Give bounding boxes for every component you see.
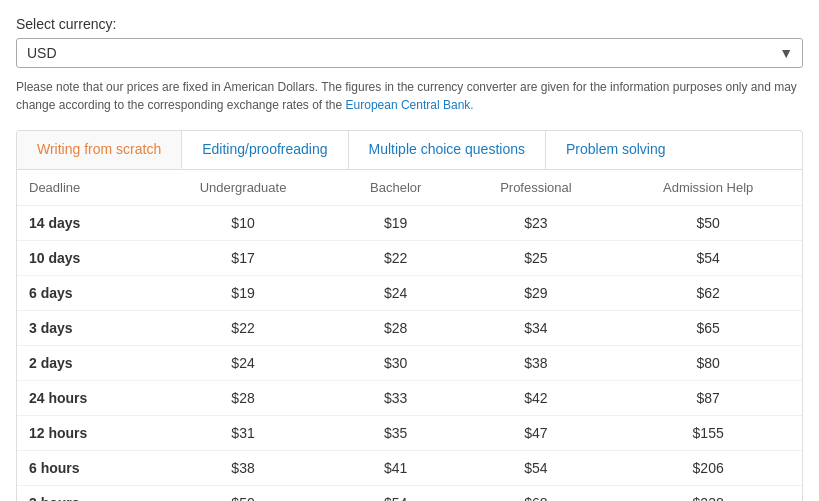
cell-deadline: 3 hours xyxy=(17,486,152,502)
table-row: 3 hours$50$54$68$238 xyxy=(17,486,802,502)
ecb-link[interactable]: European Central Bank. xyxy=(346,98,474,112)
cell-admission: $65 xyxy=(614,311,802,346)
table-header-row: Deadline Undergraduate Bachelor Professi… xyxy=(17,170,802,206)
cell-professional: $34 xyxy=(458,311,615,346)
cell-bachelor: $41 xyxy=(334,451,458,486)
cell-bachelor: $30 xyxy=(334,346,458,381)
currency-select[interactable]: USD EUR GBP CAD AUD xyxy=(16,38,803,68)
cell-admission: $54 xyxy=(614,241,802,276)
cell-professional: $29 xyxy=(458,276,615,311)
table-row: 3 days$22$28$34$65 xyxy=(17,311,802,346)
cell-undergraduate: $28 xyxy=(152,381,334,416)
cell-professional: $68 xyxy=(458,486,615,502)
pricing-table-wrapper: Deadline Undergraduate Bachelor Professi… xyxy=(16,169,803,501)
cell-deadline: 12 hours xyxy=(17,416,152,451)
cell-undergraduate: $22 xyxy=(152,311,334,346)
cell-professional: $47 xyxy=(458,416,615,451)
cell-undergraduate: $19 xyxy=(152,276,334,311)
tab-editing[interactable]: Editing/proofreading xyxy=(182,131,348,169)
cell-undergraduate: $24 xyxy=(152,346,334,381)
cell-deadline: 24 hours xyxy=(17,381,152,416)
cell-professional: $23 xyxy=(458,206,615,241)
cell-professional: $38 xyxy=(458,346,615,381)
tab-writing[interactable]: Writing from scratch xyxy=(17,131,182,169)
table-row: 10 days$17$22$25$54 xyxy=(17,241,802,276)
cell-bachelor: $24 xyxy=(334,276,458,311)
col-deadline: Deadline xyxy=(17,170,152,206)
cell-deadline: 6 hours xyxy=(17,451,152,486)
cell-bachelor: $19 xyxy=(334,206,458,241)
cell-undergraduate: $31 xyxy=(152,416,334,451)
tabs-container: Writing from scratch Editing/proofreadin… xyxy=(16,130,803,169)
cell-deadline: 10 days xyxy=(17,241,152,276)
cell-admission: $206 xyxy=(614,451,802,486)
currency-label: Select currency: xyxy=(16,16,803,32)
cell-admission: $87 xyxy=(614,381,802,416)
cell-bachelor: $35 xyxy=(334,416,458,451)
col-professional: Professional xyxy=(458,170,615,206)
cell-undergraduate: $10 xyxy=(152,206,334,241)
cell-deadline: 14 days xyxy=(17,206,152,241)
tab-mcq[interactable]: Multiple choice questions xyxy=(349,131,546,169)
col-bachelor: Bachelor xyxy=(334,170,458,206)
cell-bachelor: $28 xyxy=(334,311,458,346)
cell-deadline: 6 days xyxy=(17,276,152,311)
cell-professional: $54 xyxy=(458,451,615,486)
cell-undergraduate: $17 xyxy=(152,241,334,276)
pricing-table: Deadline Undergraduate Bachelor Professi… xyxy=(17,170,802,501)
cell-bachelor: $54 xyxy=(334,486,458,502)
table-row: 6 days$19$24$29$62 xyxy=(17,276,802,311)
cell-admission: $238 xyxy=(614,486,802,502)
col-undergraduate: Undergraduate xyxy=(152,170,334,206)
cell-bachelor: $33 xyxy=(334,381,458,416)
table-row: 24 hours$28$33$42$87 xyxy=(17,381,802,416)
cell-admission: $50 xyxy=(614,206,802,241)
table-row: 6 hours$38$41$54$206 xyxy=(17,451,802,486)
table-row: 14 days$10$19$23$50 xyxy=(17,206,802,241)
cell-professional: $25 xyxy=(458,241,615,276)
notice-text: Please note that our prices are fixed in… xyxy=(16,78,803,114)
currency-select-wrapper: USD EUR GBP CAD AUD ▼ xyxy=(16,38,803,68)
cell-undergraduate: $50 xyxy=(152,486,334,502)
cell-deadline: 2 days xyxy=(17,346,152,381)
cell-admission: $62 xyxy=(614,276,802,311)
table-row: 2 days$24$30$38$80 xyxy=(17,346,802,381)
cell-undergraduate: $38 xyxy=(152,451,334,486)
cell-admission: $80 xyxy=(614,346,802,381)
cell-admission: $155 xyxy=(614,416,802,451)
col-admission: Admission Help xyxy=(614,170,802,206)
tab-problem[interactable]: Problem solving xyxy=(546,131,686,169)
table-row: 12 hours$31$35$47$155 xyxy=(17,416,802,451)
cell-deadline: 3 days xyxy=(17,311,152,346)
cell-professional: $42 xyxy=(458,381,615,416)
cell-bachelor: $22 xyxy=(334,241,458,276)
